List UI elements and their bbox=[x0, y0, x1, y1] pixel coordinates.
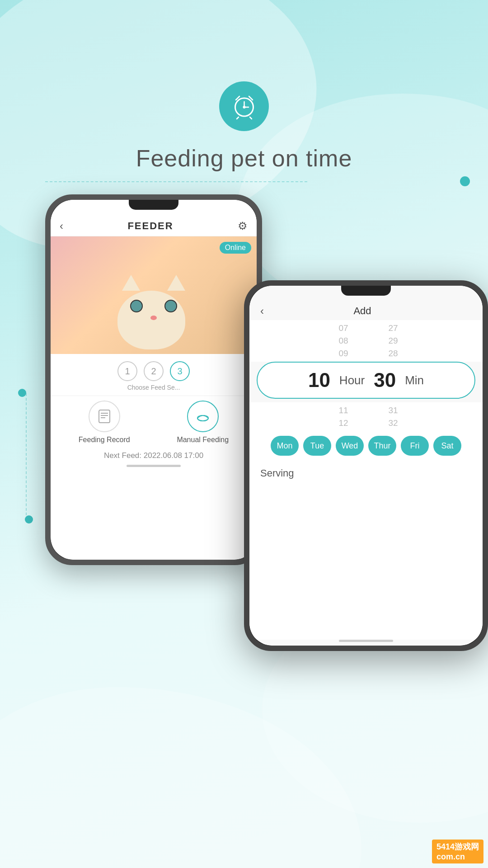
selected-min-unit: Min bbox=[405, 373, 424, 387]
day-friday[interactable]: Fri bbox=[401, 436, 429, 456]
steps-row: 1 2 3 bbox=[51, 354, 257, 383]
phone1-home-indicator bbox=[127, 465, 181, 467]
phone1-gear-icon[interactable]: ⚙ bbox=[238, 220, 248, 232]
svg-point-13 bbox=[197, 415, 208, 421]
cat-image-area: Online bbox=[51, 236, 257, 354]
hour-above-2: 08 bbox=[316, 335, 371, 347]
step-3[interactable]: 3 bbox=[170, 361, 190, 381]
next-feed-text: Next Feed: 2022.06.08 17:00 bbox=[51, 451, 257, 460]
feeding-record-icon bbox=[89, 401, 120, 432]
step-2-label: 2 bbox=[151, 366, 156, 377]
selected-min: 30 bbox=[374, 369, 396, 392]
phone2-title: Add bbox=[353, 305, 371, 317]
step-1[interactable]: 1 bbox=[117, 361, 137, 381]
phone2-device: ‹ Add 07 27 08 29 09 28 bbox=[244, 280, 488, 651]
phone1-header: ‹ FEEDER ⚙ bbox=[51, 216, 257, 236]
day-wednesday[interactable]: Wed bbox=[336, 436, 364, 456]
manual-feeding-label: Manual Feeding bbox=[177, 436, 229, 444]
min-below-1: 31 bbox=[371, 404, 416, 417]
day-monday[interactable]: Mon bbox=[271, 436, 299, 456]
svg-line-6 bbox=[237, 117, 239, 119]
phones-container: ‹ FEEDER ⚙ Online bbox=[0, 181, 488, 868]
svg-rect-8 bbox=[99, 410, 110, 423]
manual-feeding-button[interactable]: Manual Feeding bbox=[177, 401, 229, 444]
phone1-notch bbox=[129, 200, 178, 210]
phone2-notch bbox=[341, 286, 391, 296]
actions-row: Feeding Record Manual Feeding bbox=[51, 396, 257, 444]
feeding-record-label: Feeding Record bbox=[79, 436, 130, 444]
step-description: Choose Feed Se... bbox=[51, 384, 257, 396]
phone1-title: FEEDER bbox=[127, 220, 173, 232]
feeding-record-button[interactable]: Feeding Record bbox=[79, 401, 130, 444]
hour-below-1: 11 bbox=[316, 404, 371, 417]
selected-hour-unit: Hour bbox=[339, 373, 365, 387]
alarm-clock-icon-container bbox=[219, 81, 269, 131]
phone2-header: ‹ Add bbox=[249, 302, 483, 320]
phone2-home-indicator bbox=[339, 640, 393, 642]
time-selector[interactable]: 10 Hour 30 Min bbox=[257, 362, 475, 399]
time-picker-above: 07 27 08 29 09 28 bbox=[249, 320, 483, 362]
cat-face bbox=[117, 286, 190, 349]
hour-below-2: 12 bbox=[316, 417, 371, 429]
selected-hour: 10 bbox=[308, 369, 330, 392]
svg-line-7 bbox=[250, 117, 252, 119]
manual-feeding-icon bbox=[187, 401, 219, 432]
min-above-2: 29 bbox=[371, 335, 416, 347]
phone1-back-button[interactable]: ‹ bbox=[60, 220, 63, 232]
min-above-1: 27 bbox=[371, 322, 416, 335]
step-1-label: 1 bbox=[125, 366, 130, 377]
step-2[interactable]: 2 bbox=[144, 361, 164, 381]
alarm-clock-icon bbox=[230, 92, 259, 121]
phone2-back-button[interactable]: ‹ bbox=[260, 305, 264, 317]
day-saturday[interactable]: Sat bbox=[433, 436, 461, 456]
step-3-label: 3 bbox=[177, 366, 182, 377]
time-picker-below: 11 31 12 32 bbox=[249, 402, 483, 431]
hour-above-1: 07 bbox=[316, 322, 371, 335]
day-tuesday[interactable]: Tue bbox=[303, 436, 331, 456]
phone1-notch-bar bbox=[51, 200, 257, 216]
serving-label: Serving bbox=[260, 467, 294, 479]
days-of-week-row: Mon Tue Wed Thur Fri Sat bbox=[249, 431, 483, 460]
serving-section: Serving bbox=[249, 460, 483, 640]
online-badge: Online bbox=[220, 242, 251, 254]
main-title: Feeding pet on time bbox=[136, 145, 352, 172]
watermark: 5414游戏网com.cn bbox=[432, 840, 483, 863]
hour-above-3: 09 bbox=[316, 347, 371, 360]
phone1-device: ‹ FEEDER ⚙ Online bbox=[45, 194, 262, 565]
min-above-3: 28 bbox=[371, 347, 416, 360]
day-thursday[interactable]: Thur bbox=[368, 436, 396, 456]
min-below-2: 32 bbox=[371, 417, 416, 429]
phone2-notch-bar bbox=[249, 286, 483, 302]
